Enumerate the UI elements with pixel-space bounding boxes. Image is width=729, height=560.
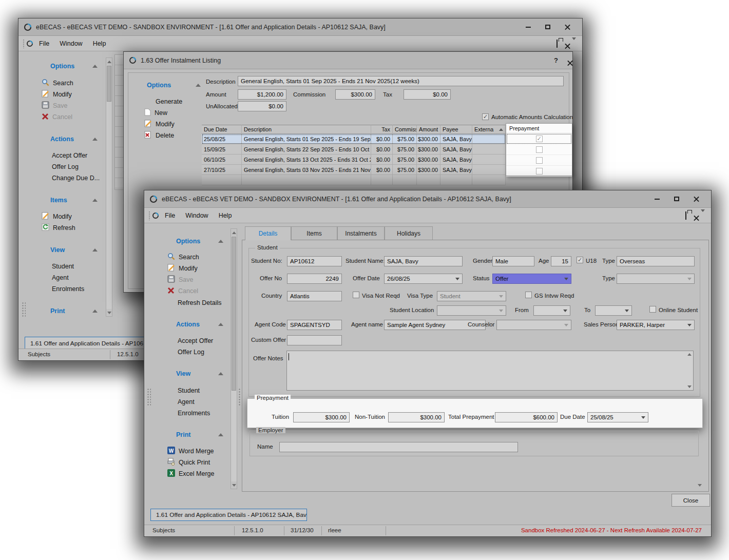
dialog-new-button[interactable]: New xyxy=(144,108,167,118)
front-view-agent-button[interactable]: Agent xyxy=(178,397,195,407)
back-sidebar-scrollbar[interactable] xyxy=(106,57,112,317)
from-combo[interactable] xyxy=(533,305,570,316)
table-row[interactable]: 15/09/25General English, Starts 22 Sep 2… xyxy=(202,144,506,155)
country-field[interactable]: Atlantis xyxy=(287,291,342,301)
visa-type-combo[interactable]: Student xyxy=(437,291,506,301)
col-description[interactable]: Description xyxy=(242,125,371,134)
age-field[interactable]: 15 xyxy=(551,256,571,266)
custom-offer-field[interactable] xyxy=(287,335,342,345)
back-items-refresh-button[interactable]: Refresh xyxy=(42,223,75,233)
col-payee[interactable]: Payee xyxy=(440,125,472,134)
scroll-up-icon[interactable] xyxy=(106,58,112,65)
dialog-delete-button[interactable]: Delete xyxy=(144,131,174,140)
front-excel-merge-button[interactable]: XExcel Merge xyxy=(167,469,214,478)
col-amount[interactable]: Amount xyxy=(417,125,440,134)
prepayment-checkbox[interactable] xyxy=(536,136,543,142)
back-view-enrolments-button[interactable]: Enrolments xyxy=(52,284,84,294)
col-due-date[interactable]: Due Date xyxy=(202,125,242,134)
front-section-actions[interactable]: Actions xyxy=(176,321,223,328)
front-modify-button[interactable]: Modify xyxy=(167,264,198,273)
tax-field[interactable]: $0.00 xyxy=(404,89,451,100)
prepayment-due-date-combo[interactable]: 25/08/25 xyxy=(587,412,648,422)
back-section-print[interactable]: Print xyxy=(50,307,98,315)
non-tuition-field[interactable]: $300.00 xyxy=(388,412,445,422)
tab-details[interactable]: Details xyxy=(245,226,291,240)
menu-help[interactable]: Help xyxy=(88,38,111,49)
description-field[interactable]: General English, Starts 01 Sep 2025 - En… xyxy=(238,76,564,86)
prepayment-cell[interactable] xyxy=(506,166,572,177)
student-name-field[interactable]: SAJA, Bavy xyxy=(384,256,463,266)
menu-window[interactable]: Window xyxy=(181,210,213,221)
prepayment-checkbox[interactable] xyxy=(536,146,543,153)
splitter-grip[interactable] xyxy=(147,388,151,405)
back-section-items[interactable]: Items xyxy=(50,197,98,204)
counselor-combo[interactable] xyxy=(496,320,571,330)
back-document-tab[interactable]: 1.61 Offer and Application Details - AP1… xyxy=(25,337,146,350)
splitter-grip[interactable] xyxy=(22,302,26,317)
mdi-restore-button[interactable] xyxy=(557,40,558,47)
u18-checkbox[interactable] xyxy=(577,257,583,263)
front-offer-log-button[interactable]: Offer Log xyxy=(178,347,204,357)
dialog-modify-button[interactable]: Modify xyxy=(144,120,175,129)
back-save-button[interactable]: Save xyxy=(42,101,68,110)
front-search-button[interactable]: Search xyxy=(167,253,199,262)
prepayment-cell[interactable] xyxy=(506,155,572,166)
tuition-field[interactable]: $300.00 xyxy=(293,412,350,422)
scroll-down-icon[interactable] xyxy=(687,385,692,388)
back-section-actions[interactable]: Actions xyxy=(50,136,98,143)
menu-overflow-icon[interactable] xyxy=(701,212,705,219)
col-prepayment[interactable]: Prepayment xyxy=(506,124,572,133)
back-cancel-button[interactable]: Cancel xyxy=(42,112,72,122)
offer-date-combo[interactable]: 26/08/25 xyxy=(384,274,463,284)
back-items-modify-button[interactable]: Modify xyxy=(42,212,72,221)
sales-person-combo[interactable]: PARKER, Harper xyxy=(617,320,695,330)
col-external[interactable]: Externa xyxy=(472,125,506,134)
back-section-view[interactable]: View xyxy=(50,246,98,254)
front-word-merge-button[interactable]: WWord Merge xyxy=(167,447,214,456)
tab-instalments[interactable]: Instalments xyxy=(337,226,385,240)
back-accept-offer-button[interactable]: Accept Offer xyxy=(52,151,87,160)
scroll-down-icon[interactable] xyxy=(698,484,702,487)
tab-holidays[interactable]: Holidays xyxy=(385,226,433,240)
splitter-grip[interactable] xyxy=(238,388,241,405)
online-student-checkbox[interactable] xyxy=(649,306,656,313)
minimize-button[interactable] xyxy=(647,192,667,206)
menu-window[interactable]: Window xyxy=(55,38,87,49)
student-location-combo[interactable] xyxy=(437,305,506,316)
status-combo[interactable]: Offer xyxy=(492,274,571,284)
scroll-down-icon[interactable] xyxy=(231,481,237,489)
student-no-field[interactable]: AP10612 xyxy=(287,256,342,266)
front-refresh-details-button[interactable]: Refresh Details xyxy=(178,298,221,307)
employer-name-field[interactable] xyxy=(279,442,518,452)
to-combo[interactable] xyxy=(595,305,632,316)
prepayment-cell[interactable] xyxy=(506,133,572,144)
offer-notes-field[interactable] xyxy=(286,351,694,391)
scroll-up-icon[interactable] xyxy=(231,229,237,236)
prepayment-checkbox[interactable] xyxy=(536,157,543,164)
auto-calc-checkbox[interactable] xyxy=(482,113,489,120)
front-save-button[interactable]: Save xyxy=(167,275,194,284)
gender-field[interactable]: Male xyxy=(492,256,534,266)
prepayment-checkbox[interactable] xyxy=(536,168,543,175)
dialog-section-options[interactable]: Options xyxy=(147,82,201,89)
dialog-generate-button[interactable]: Generate xyxy=(156,97,182,106)
front-quick-print-button[interactable]: Quick Print xyxy=(167,458,210,467)
back-modify-button[interactable]: Modify xyxy=(42,90,72,99)
total-prepayment-field[interactable]: $600.00 xyxy=(495,412,558,422)
close-button[interactable] xyxy=(686,192,706,206)
front-sidebar-scrollbar[interactable] xyxy=(231,228,237,489)
visa-not-reqd-checkbox[interactable] xyxy=(353,292,359,298)
table-row[interactable]: 25/08/25General English, Starts 01 Sep 2… xyxy=(202,134,506,144)
front-view-enrolments-button[interactable]: Enrolments xyxy=(178,409,210,418)
back-section-options[interactable]: Options xyxy=(50,63,98,70)
maximize-button[interactable] xyxy=(538,21,558,34)
col-tax[interactable]: Tax xyxy=(371,125,393,134)
back-view-student-button[interactable]: Student xyxy=(52,262,74,271)
scroll-up-icon[interactable] xyxy=(687,353,692,356)
front-cancel-button[interactable]: Cancel xyxy=(167,286,198,296)
gs-intvw-checkbox[interactable] xyxy=(525,292,532,298)
minimize-button[interactable] xyxy=(519,21,538,34)
scrollbar-thumb[interactable] xyxy=(107,66,111,102)
col-commission[interactable]: Commissi xyxy=(393,125,417,134)
menu-help[interactable]: Help xyxy=(214,210,237,221)
